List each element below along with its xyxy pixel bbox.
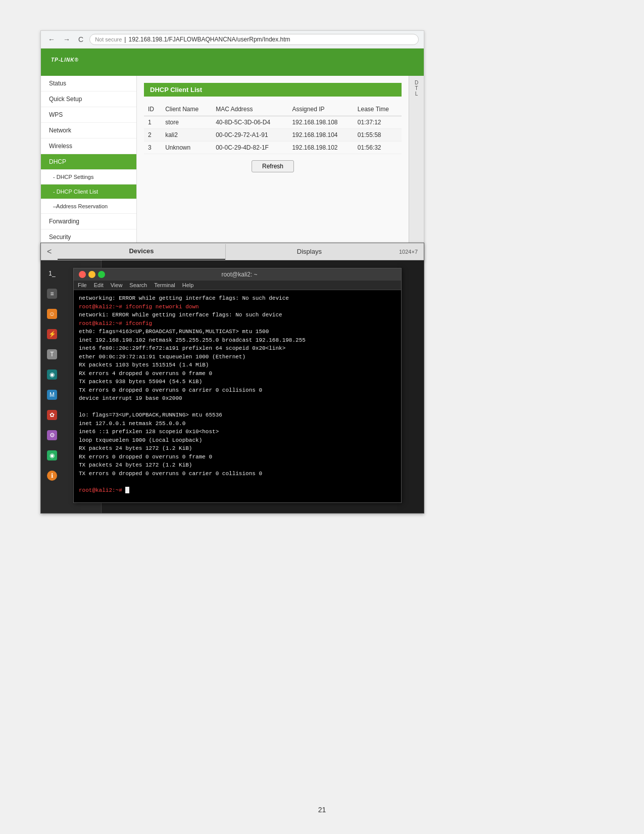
sidebar-item-forwarding[interactable]: Forwarding [41,214,136,229]
terminal-line: root@kali2:~# ifconfig networki down [79,303,396,311]
terminal-line: TX errors 0 dropped 0 overruns 0 carrier… [79,470,396,478]
table-row: 3 Unknown 00-0C-29-4D-82-1F 192.168.198.… [144,142,402,154]
m-dock-icon: M [47,390,57,400]
terminal-line: loop txqueuelen 1000 (Local Loopback) [79,436,396,445]
terminal-controls [79,271,105,278]
url-separator: | [124,36,126,43]
main-content: DHCP Client List ID Client Name MAC Addr… [137,76,409,261]
terminal-line: networki: ERROR while getting interface … [79,311,396,319]
terminal-window: root@kali2: ~ File Edit View Search Term… [73,268,402,503]
sidebar-item-status[interactable]: Status [41,76,136,91]
terminal-title: root@kali2: ~ [105,271,374,278]
terminal-minimize-button[interactable] [88,271,95,278]
terminal-menubar: File Edit View Search Terminal Help [74,281,401,290]
terminal-dock-icon: 1_ [47,268,57,279]
forward-button[interactable]: → [61,34,72,44]
row2-name: kali2 [161,129,212,142]
gear-dock-icon: ⚙ [47,430,57,440]
right-sidebar-stub: D T L [409,76,424,261]
row3-name: Unknown [161,142,212,154]
mac-back-button[interactable]: < [41,244,58,259]
terminal-line: eth0: flags=4163<UP,BROADCAST,RUNNING,MU… [79,328,396,336]
sidebar-item-wireless[interactable]: Wireless [41,138,136,154]
table-row: 1 store 40-8D-5C-3D-06-D4 192.168.198.10… [144,116,402,129]
terminal-body[interactable]: networking: ERROR while getting interfac… [74,290,401,502]
tplink-logo: TP-LINK® [51,56,414,69]
terminal-prompt: root@kali2:~# [79,486,396,495]
not-secure-label: Not secure [95,36,122,42]
section-title: DHCP Client List [144,83,402,97]
sidebar-item-dhcp-settings[interactable]: - DHCP Settings [41,170,136,184]
wifi-dock-icon: ◉ [47,450,57,460]
terminal-line: inet 192.168.198.102 netmask 255.255.255… [79,336,396,345]
lightning-dock-icon: ⚡ [47,329,57,339]
thunderbolt-dock-icon: T [47,349,57,359]
terminal-line: TX packets 24 bytes 1272 (1.2 KiB) [79,461,396,470]
terminal-line: RX packets 1103 bytes 1515154 (1.4 MiB) [79,361,396,369]
tplink-header: TP-LINK® [41,49,424,76]
refresh-button[interactable]: Refresh [252,160,294,172]
col-client-name: Client Name [161,103,212,116]
reload-button[interactable]: C [76,34,85,44]
terminal-line: root@kali2:~# ifconfig [79,319,396,328]
browser-window: ← → C Not secure | 192.168.198.1/FJAFLOW… [40,30,424,261]
col-assigned-ip: Assigned IP [288,103,353,116]
sidebar-item-address-reservation[interactable]: –Address Reservation [41,199,136,214]
router-sidebar: Status Quick Setup WPS Network Wireless … [41,76,137,261]
sidebar-item-wps[interactable]: WPS [41,107,136,123]
terminal-line: ether 00:0c:29:72:a1:91 txqueuelen 1000 … [79,353,396,361]
resolution-label: 1024×7 [393,245,424,259]
menu-terminal[interactable]: Terminal [154,282,175,288]
back-button[interactable]: ← [46,34,57,44]
sidebar-item-dhcp[interactable]: DHCP [41,154,136,170]
tab-displays[interactable]: Displays [226,244,393,259]
menu-edit[interactable]: Edit [94,282,104,288]
menu-help[interactable]: Help [182,282,194,288]
terminal-line: RX packets 24 bytes 1272 (1.2 KiB) [79,444,396,453]
terminal-line [79,403,396,411]
browser-toolbar: ← → C Not secure | 192.168.198.1/FJAFLOW… [41,31,424,49]
terminal-titlebar: root@kali2: ~ [74,268,401,281]
col-mac: MAC Address [212,103,288,116]
row2-lease: 01:55:58 [354,129,402,142]
sidebar-item-quick-setup[interactable]: Quick Setup [41,91,136,107]
row2-ip: 192.168.198.104 [288,129,353,142]
row3-lease: 01:56:32 [354,142,402,154]
row1-id: 1 [144,116,161,129]
eye-dock-icon: ◉ [47,369,57,380]
sidebar-item-network[interactable]: Network [41,123,136,138]
row1-name: store [161,116,212,129]
info-dock-icon: ℹ [47,471,57,481]
row3-mac: 00-0C-29-4D-82-1F [212,142,288,154]
menu-file[interactable]: File [78,282,87,288]
row2-mac: 00-0C-29-72-A1-91 [212,129,288,142]
terminal-line: inet6 ::1 prefixlen 128 scopeid 0x10<hos… [79,428,396,436]
address-bar[interactable]: Not secure | 192.168.198.1/FJAFLOWBAQHAN… [89,34,419,45]
terminal-cursor [125,487,129,493]
terminal-line: TX errors 0 dropped 0 overruns 0 carrier… [79,386,396,395]
row1-ip: 192.168.198.108 [288,116,353,129]
cherry-dock-icon: ✿ [47,410,57,420]
router-body: Status Quick Setup WPS Network Wireless … [41,76,424,261]
terminal-line: inet 127.0.0.1 netmask 255.0.0.0 [79,420,396,428]
terminal-line: device interrupt 19 base 0x2000 [79,394,396,403]
terminal-line: RX errors 4 dropped 0 overruns 0 frame 0 [79,369,396,378]
tab-devices[interactable]: Devices [58,243,225,260]
col-lease-time: Lease Time [354,103,402,116]
smiley-dock-icon: ☺ [47,309,57,319]
menu-view[interactable]: View [111,282,123,288]
terminal-maximize-button[interactable] [98,271,105,278]
list-dock-icon: ≡ [47,289,57,299]
dhcp-table: ID Client Name MAC Address Assigned IP L… [144,103,402,154]
terminal-line: networking: ERROR while getting interfac… [79,294,396,303]
url-text: 192.168.198.1/FJAFLOWBAQHANCNA/userRpm/I… [128,36,290,43]
row1-mac: 40-8D-5C-3D-06-D4 [212,116,288,129]
terminal-line: RX errors 0 dropped 0 overruns 0 frame 0 [79,453,396,461]
row2-id: 2 [144,129,161,142]
menu-search[interactable]: Search [129,282,147,288]
page-number: 21 [0,806,644,814]
terminal-line [79,478,396,486]
row3-id: 3 [144,142,161,154]
terminal-close-button[interactable] [79,271,86,278]
sidebar-item-dhcp-client-list[interactable]: - DHCP Client List [41,184,136,199]
